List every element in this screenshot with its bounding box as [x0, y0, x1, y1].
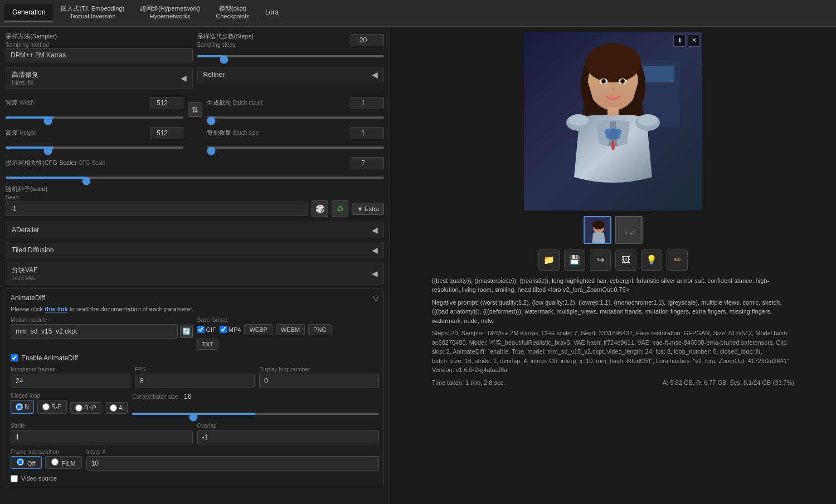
enable-animatediff-row: Enable AnimateDiff [11, 354, 379, 362]
adetailer-label: ADetailer [12, 226, 39, 234]
video-source-label: Video source [21, 475, 57, 482]
fps-input[interactable] [135, 374, 255, 388]
height-section: 高度 Height [6, 127, 183, 153]
svg-point-11 [621, 80, 624, 82]
format-mp4[interactable]: MP4 [220, 326, 241, 333]
width-batchcount-row: 宽度 Width ⇅ 生成批次 Batch count [6, 97, 384, 123]
hires-row[interactable]: 高清修复 Hires. fix ◀ [6, 67, 193, 89]
refiner-label: Refiner [203, 71, 225, 79]
height-input[interactable] [150, 127, 183, 139]
refiner-row[interactable]: Refiner ◀ [197, 67, 385, 82]
width-slider[interactable] [6, 116, 183, 119]
action-pencil-button[interactable]: ✏ [667, 249, 688, 271]
thumbnail-2[interactable]: img2 [615, 216, 643, 244]
save-format-label: Save format [197, 317, 380, 323]
width-input[interactable] [150, 97, 183, 109]
adetailer-section[interactable]: ADetailer ◀ [6, 222, 384, 238]
interp-film-button[interactable]: FILM [45, 456, 82, 469]
svg-rect-2 [641, 66, 674, 82]
format-webm-button[interactable]: WEBM [276, 324, 305, 335]
interp-off-button[interactable]: Off [11, 456, 42, 469]
sampler-label-zh: 采样方法(Sampler) [6, 32, 193, 41]
tab-generation[interactable]: Generation [4, 4, 53, 22]
enable-animatediff-checkbox[interactable] [11, 354, 18, 361]
tab-textual-inversion[interactable]: 嵌入式(T.I. Embedding) Textual Inversion [53, 0, 132, 26]
refiner-collapse-icon[interactable]: ◀ [372, 70, 378, 79]
image-close-button[interactable]: ✕ [688, 35, 700, 47]
tiled-vae-collapse-icon[interactable]: ◀ [372, 269, 378, 278]
thumbnail-1[interactable] [584, 216, 611, 244]
cfg-slider-wrapper [6, 173, 384, 180]
format-webp-button[interactable]: WEBP [244, 324, 272, 335]
height-label-zh: 高度 [6, 129, 18, 136]
interp-x-input[interactable] [86, 456, 379, 471]
video-source-checkbox[interactable] [11, 475, 18, 482]
closed-loop-N[interactable]: N [11, 400, 34, 414]
cfg-slider[interactable] [6, 177, 384, 179]
context-batch-value-display: 16 [184, 393, 191, 400]
seed-input[interactable] [6, 202, 308, 216]
batch-count-slider[interactable] [207, 116, 385, 119]
animatediff-header: AnimateDiff ▽ [11, 293, 379, 302]
display-loop-section: Display loop number [259, 366, 379, 388]
format-mp4-checkbox[interactable] [220, 326, 227, 333]
thumbnails-row: img2 [584, 216, 643, 244]
format-png-button[interactable]: PNG [308, 324, 332, 335]
svg-point-5 [585, 43, 641, 82]
closed-loop-RP[interactable]: R-P [37, 400, 67, 414]
tiled-vae-section[interactable]: 分块VAE Tiled VAE ◀ [6, 262, 384, 285]
generated-image[interactable] [524, 32, 702, 211]
action-info-button[interactable]: 💡 [641, 249, 662, 271]
action-send-button[interactable]: ↪ [590, 249, 611, 271]
sampler-dropdown[interactable]: DPM++ 2M Karras Euler a Euler DDIM [6, 48, 193, 62]
batch-count-input[interactable] [351, 97, 384, 109]
action-save-button[interactable]: 💾 [564, 249, 585, 271]
display-loop-input[interactable] [259, 374, 379, 388]
hires-collapse-icon[interactable]: ◀ [181, 74, 187, 82]
format-gif[interactable]: GIF [197, 326, 216, 333]
height-slider[interactable] [6, 146, 183, 149]
stride-input[interactable] [11, 430, 193, 444]
fps-section: FPS [135, 366, 255, 388]
cfg-label-zh: 提示词相关性(CFG Scale) [6, 159, 76, 166]
action-folder-button[interactable]: 📁 [538, 249, 560, 271]
motion-module-dropdown[interactable]: mm_sd_v15_v2.ckpt [11, 324, 178, 339]
interp-options: Off FILM [11, 456, 82, 469]
steps-input[interactable]: 20 [351, 34, 384, 46]
swap-dimensions-button[interactable]: ⇅ [188, 102, 202, 117]
seed-extra-button[interactable]: ▼ Extra [352, 203, 384, 215]
num-frames-input[interactable] [11, 374, 130, 388]
enable-animatediff-label: Enable AnimateDiff [21, 354, 78, 362]
save-format-section: Save format GIF MP4 WEBP WEBM PNG TXT [197, 317, 380, 350]
adetailer-collapse-icon[interactable]: ◀ [372, 226, 378, 234]
tiled-diffusion-collapse-icon[interactable]: ◀ [372, 246, 378, 255]
context-batch-slider[interactable] [132, 413, 379, 415]
tab-lora[interactable]: Lora [257, 4, 286, 22]
motion-module-refresh-button[interactable]: 🔄 [180, 325, 192, 338]
frame-interp-label: Frame Interpolation [11, 449, 82, 455]
sampler-dropdown-wrapper: DPM++ 2M Karras Euler a Euler DDIM [6, 48, 193, 62]
batch-size-label-zh: 每批数量 [207, 129, 231, 136]
closed-loop-A[interactable]: A [105, 402, 128, 414]
steps-slider[interactable] [197, 55, 385, 57]
batch-size-slider[interactable] [207, 146, 385, 149]
batch-size-input[interactable] [351, 127, 384, 139]
tiled-diffusion-section[interactable]: Tiled Diffusion ◀ [6, 242, 384, 258]
seed-recycle-button[interactable]: ♻ [332, 200, 348, 217]
cfg-input[interactable] [351, 157, 384, 169]
overlap-input[interactable] [197, 430, 380, 444]
tab-checkpoints[interactable]: 模型(ckpt) Checkpoints [208, 0, 257, 26]
closed-loop-RpP[interactable]: R+P [70, 402, 101, 414]
image-download-button[interactable]: ⬇ [673, 35, 686, 47]
motion-module-label: Motion module [11, 317, 193, 323]
image-container: ⬇ ✕ [524, 32, 702, 211]
format-gif-checkbox[interactable] [197, 326, 205, 333]
animatediff-doc-link[interactable]: this link [45, 306, 68, 312]
animatediff-collapse-icon[interactable]: ▽ [373, 293, 379, 302]
steps-label-en: Sampling steps [197, 42, 254, 48]
seed-random-button[interactable]: 🎲 [312, 200, 328, 217]
action-gallery-button[interactable]: 🖼 [615, 249, 636, 271]
width-slider-wrapper [6, 112, 183, 120]
tab-hypernetworks[interactable]: 超网络(Hypernetwork) Hypernetworks [132, 0, 208, 26]
format-txt-button[interactable]: TXT [197, 339, 219, 350]
